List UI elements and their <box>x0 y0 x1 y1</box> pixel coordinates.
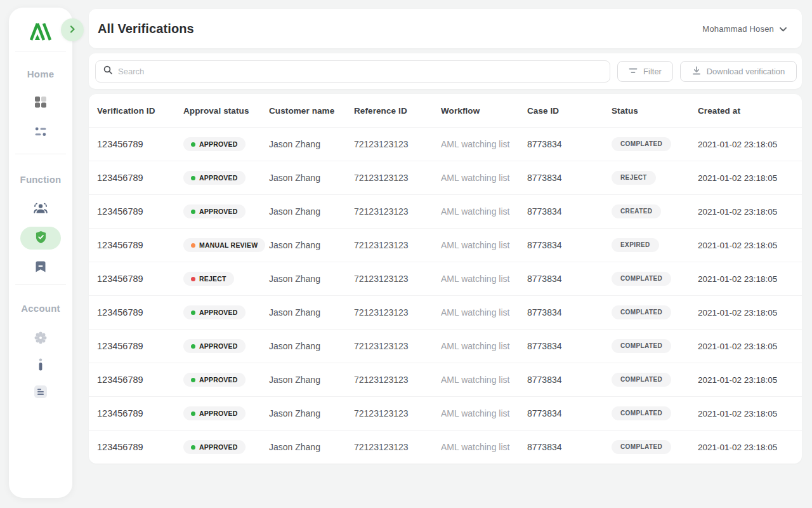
status-badge: EXPIRED <box>612 238 659 252</box>
sidebar-item-bookmarks[interactable] <box>35 260 46 276</box>
cell-customer-name: Jason Zhang <box>269 139 354 149</box>
table-row[interactable]: 123456789 APPROVED Jason Zhang 721231231… <box>89 295 802 329</box>
cell-created-at: 2021-01-02 23:18:05 <box>698 342 794 351</box>
table-row[interactable]: 123456789 APPROVED Jason Zhang 721231231… <box>89 363 802 396</box>
cell-verification-id: 123456789 <box>97 206 183 217</box>
col-header-status: Status <box>612 106 698 116</box>
status-dot-icon <box>191 411 195 416</box>
filter-button[interactable]: Filter <box>617 61 673 82</box>
cell-case-id: 8773834 <box>527 206 612 217</box>
cell-case-id: 8773834 <box>527 442 612 452</box>
cell-verification-id: 123456789 <box>97 274 183 284</box>
status-dot-icon <box>191 378 195 382</box>
approval-status-badge: APPROVED <box>183 137 246 152</box>
cell-approval-status: APPROVED <box>183 137 269 152</box>
cell-created-at: 2021-01-02 23:18:05 <box>698 409 794 418</box>
gear-icon <box>34 331 47 347</box>
cell-customer-name: Jason Zhang <box>269 375 354 385</box>
cell-status: REJECT <box>612 171 698 185</box>
sidebar-item-info[interactable] <box>38 358 43 373</box>
chevron-right-icon <box>69 24 76 36</box>
cell-workflow: AML watching list <box>441 408 527 418</box>
table-row[interactable]: 123456789 APPROVED Jason Zhang 721231231… <box>89 329 802 363</box>
sidebar-item-workflow[interactable] <box>34 127 47 139</box>
table-row[interactable]: 123456789 APPROVED Jason Zhang 721231231… <box>89 194 802 228</box>
cell-reference-id: 72123123123 <box>354 442 441 452</box>
approval-status-badge: REJECT <box>183 272 234 286</box>
cell-reference-id: 72123123123 <box>354 206 441 217</box>
sidebar-item-documents[interactable] <box>34 385 48 401</box>
sidebar-section-home: Home <box>9 69 72 79</box>
approval-status-badge: APPROVED <box>183 171 246 185</box>
sidebar-collapse-button[interactable] <box>61 18 84 41</box>
sidebar-divider <box>15 154 66 154</box>
table-row[interactable]: 123456789 APPROVED Jason Zhang 721231231… <box>89 127 802 161</box>
download-button-label: Download verification <box>707 67 785 76</box>
cell-reference-id: 72123123123 <box>354 274 441 284</box>
status-badge: COMPLATED <box>612 440 671 454</box>
cell-approval-status: APPROVED <box>183 339 269 354</box>
approval-status-badge: APPROVED <box>183 204 246 219</box>
brand-logo-icon <box>29 22 52 44</box>
cell-workflow: AML watching list <box>441 173 527 183</box>
cell-created-at: 2021-01-02 23:18:05 <box>698 207 794 217</box>
col-header-customer-name: Customer name <box>269 106 354 116</box>
cell-customer-name: Jason Zhang <box>269 274 354 284</box>
cell-reference-id: 72123123123 <box>354 139 441 149</box>
approval-status-label: APPROVED <box>199 309 238 316</box>
cell-case-id: 8773834 <box>527 307 612 318</box>
cell-approval-status: APPROVED <box>183 373 269 387</box>
approval-status-label: APPROVED <box>199 343 238 350</box>
cell-workflow: AML watching list <box>441 240 527 250</box>
sidebar-item-settings[interactable] <box>34 331 47 347</box>
download-verification-button[interactable]: Download verification <box>680 61 797 82</box>
status-badge: REJECT <box>612 171 656 185</box>
cell-workflow: AML watching list <box>441 274 527 284</box>
cell-reference-id: 72123123123 <box>354 240 441 250</box>
cell-customer-name: Jason Zhang <box>269 307 354 318</box>
cell-reference-id: 72123123123 <box>354 341 441 351</box>
table-row[interactable]: 123456789 APPROVED Jason Zhang 721231231… <box>89 161 802 194</box>
cell-case-id: 8773834 <box>527 408 612 418</box>
cell-approval-status: APPROVED <box>183 440 269 455</box>
cell-status: CREATED <box>612 204 698 218</box>
list-icon <box>34 127 47 139</box>
cell-status: COMPLATED <box>612 406 698 420</box>
col-header-verification-id: Verification ID <box>97 106 183 116</box>
page-title: All Verifications <box>98 22 194 36</box>
status-badge: CREATED <box>612 204 661 218</box>
cell-verification-id: 123456789 <box>97 375 183 385</box>
cell-status: COMPLATED <box>612 440 698 454</box>
status-dot-icon <box>191 243 195 248</box>
cell-created-at: 2021-01-02 23:18:05 <box>698 274 794 284</box>
status-badge: COMPLATED <box>612 137 671 151</box>
cell-case-id: 8773834 <box>527 341 612 351</box>
document-icon <box>34 385 48 401</box>
cell-created-at: 2021-01-02 23:18:05 <box>698 140 794 149</box>
cell-case-id: 8773834 <box>527 274 612 284</box>
cell-reference-id: 72123123123 <box>354 307 441 318</box>
cell-case-id: 8773834 <box>527 173 612 183</box>
cell-status: COMPLATED <box>612 373 698 387</box>
cell-verification-id: 123456789 <box>97 442 183 452</box>
user-menu[interactable]: Mohammad Hosen <box>702 23 787 34</box>
search-box[interactable] <box>95 60 610 83</box>
status-badge: COMPLATED <box>612 339 671 353</box>
status-badge: COMPLATED <box>612 406 671 420</box>
cell-customer-name: Jason Zhang <box>269 173 354 183</box>
sidebar-item-customers[interactable] <box>32 203 49 217</box>
table-row[interactable]: 123456789 APPROVED Jason Zhang 721231231… <box>89 430 802 464</box>
cell-status: COMPLATED <box>612 272 698 286</box>
sidebar-item-dashboard[interactable] <box>34 96 47 110</box>
cell-customer-name: Jason Zhang <box>269 442 354 452</box>
sidebar-section-account: Account <box>9 303 72 314</box>
sidebar-item-verifications-active[interactable] <box>20 227 61 250</box>
grid-icon <box>34 96 47 110</box>
cell-status: EXPIRED <box>612 238 698 252</box>
table-row[interactable]: 123456789 APPROVED Jason Zhang 721231231… <box>89 396 802 430</box>
table-row[interactable]: 123456789 MANUAL REVIEW Jason Zhang 7212… <box>89 228 802 262</box>
approval-status-badge: APPROVED <box>183 406 246 421</box>
table-row[interactable]: 123456789 REJECT Jason Zhang 72123123123… <box>89 262 802 295</box>
cell-workflow: AML watching list <box>441 442 527 452</box>
search-input[interactable] <box>118 67 602 76</box>
